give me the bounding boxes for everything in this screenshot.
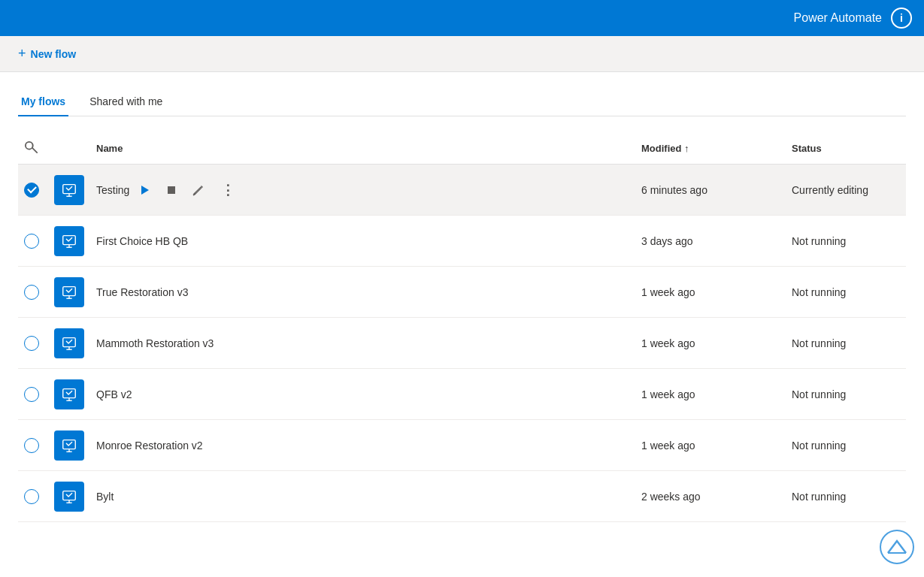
row-select-cell	[18, 318, 48, 369]
key-icon	[24, 140, 38, 154]
select-circle[interactable]	[24, 489, 39, 504]
more-button[interactable]: ⋮	[217, 180, 240, 200]
flow-modified: 6 minutes ago	[641, 184, 707, 196]
row-icon-cell	[48, 369, 90, 420]
flow-icon	[54, 277, 84, 307]
select-circle[interactable]	[24, 336, 39, 351]
flow-status: Not running	[792, 286, 846, 298]
select-circle[interactable]	[24, 234, 39, 249]
row-modified-cell: 3 days ago	[635, 216, 786, 267]
row-name-cell: Testing	[90, 165, 635, 216]
row-name-cell: Monroe Restoration v2	[90, 420, 635, 471]
col-icon-header	[48, 134, 90, 165]
select-circle[interactable]	[24, 387, 39, 402]
flow-name: True Restoration v3	[96, 286, 188, 298]
row-icon-cell	[48, 267, 90, 318]
row-modified-cell: 1 week ago	[635, 420, 786, 471]
flow-modified: 1 week ago	[641, 388, 695, 400]
flow-status: Not running	[792, 235, 846, 247]
run-button[interactable]	[135, 181, 153, 199]
row-status-cell: Not running	[786, 267, 906, 318]
sort-asc-icon: ↑	[684, 143, 689, 154]
flow-icon	[54, 379, 84, 409]
info-icon[interactable]: i	[891, 8, 912, 29]
flow-modified: 3 days ago	[641, 235, 693, 247]
row-status-cell: Not running	[786, 420, 906, 471]
table-row: QFB v21 week agoNot running	[18, 369, 906, 420]
select-circle[interactable]	[24, 438, 39, 453]
flow-icon	[54, 430, 84, 461]
row-name-cell: True Restoration v3	[90, 267, 635, 318]
col-name-header[interactable]: Name	[90, 134, 635, 165]
row-select-cell	[18, 267, 48, 318]
subscribe-watermark	[879, 529, 915, 568]
flow-name: Bylt	[96, 491, 114, 503]
flow-name: First Choice HB QB	[96, 235, 188, 247]
flow-status: Not running	[792, 491, 846, 503]
col-modified-header[interactable]: Modified ↑	[635, 134, 786, 165]
flow-status: Not running	[792, 337, 846, 349]
stop-button[interactable]	[162, 181, 180, 199]
tabs: My flows Shared with me	[18, 87, 906, 116]
new-flow-button[interactable]: + New flow	[12, 43, 82, 65]
row-select-cell	[18, 471, 48, 522]
table-header-row: Name Modified ↑ Status	[18, 134, 906, 165]
col-select-header	[18, 134, 48, 165]
row-modified-cell: 6 minutes ago	[635, 165, 786, 216]
row-select-cell	[18, 165, 48, 216]
flow-modified: 1 week ago	[641, 286, 695, 298]
row-modified-cell: 1 week ago	[635, 369, 786, 420]
row-name-cell: Bylt	[90, 471, 635, 522]
svg-marker-3	[141, 186, 149, 195]
row-select-cell	[18, 420, 48, 471]
row-status-cell: Currently editing	[786, 165, 906, 216]
flow-name: Testing	[96, 184, 129, 196]
row-icon-cell	[48, 165, 90, 216]
tab-shared-with-me[interactable]: Shared with me	[86, 88, 165, 116]
row-icon-cell	[48, 471, 90, 522]
svg-point-23	[880, 530, 913, 563]
row-icon-cell	[48, 420, 90, 471]
flow-modified: 2 weeks ago	[641, 491, 701, 503]
flow-modified: 1 week ago	[641, 440, 695, 452]
row-name-cell: Mammoth Restoration v3	[90, 318, 635, 369]
row-status-cell: Not running	[786, 369, 906, 420]
select-circle[interactable]	[24, 285, 39, 300]
app-title: Power Automate	[794, 11, 882, 25]
col-status-header: Status	[786, 134, 906, 165]
tab-my-flows[interactable]: My flows	[18, 88, 68, 116]
row-status-cell: Not running	[786, 471, 906, 522]
row-actions: ⋮	[135, 180, 240, 200]
table-row: First Choice HB QB3 days agoNot running	[18, 216, 906, 267]
new-flow-label: New flow	[31, 48, 77, 60]
table-row: True Restoration v31 week agoNot running	[18, 267, 906, 318]
svg-rect-4	[168, 186, 175, 194]
edit-button[interactable]	[189, 181, 208, 199]
table-row: Monroe Restoration v21 week agoNot runni…	[18, 420, 906, 471]
row-icon-cell	[48, 318, 90, 369]
flow-status: Not running	[792, 388, 846, 400]
flow-icon	[54, 175, 84, 205]
plus-icon: +	[18, 46, 26, 62]
flows-table: Name Modified ↑ Status Testing	[18, 134, 906, 522]
flow-name: Monroe Restoration v2	[96, 440, 203, 452]
flow-name: QFB v2	[96, 388, 132, 400]
flow-modified: 1 week ago	[641, 337, 695, 349]
flow-icon	[54, 482, 84, 512]
select-circle[interactable]	[24, 183, 39, 198]
table-row: Mammoth Restoration v31 week agoNot runn…	[18, 318, 906, 369]
row-status-cell: Not running	[786, 216, 906, 267]
row-icon-cell	[48, 216, 90, 267]
flow-name: Mammoth Restoration v3	[96, 337, 214, 349]
row-modified-cell: 1 week ago	[635, 318, 786, 369]
row-select-cell	[18, 369, 48, 420]
row-modified-cell: 2 weeks ago	[635, 471, 786, 522]
toolbar: + New flow	[0, 36, 924, 72]
flow-icon	[54, 328, 84, 358]
table-row: Testing	[18, 165, 906, 216]
flow-icon	[54, 226, 84, 256]
row-name-cell: First Choice HB QB	[90, 216, 635, 267]
flow-status: Not running	[792, 440, 846, 452]
row-name-cell: QFB v2	[90, 369, 635, 420]
header: Power Automate i	[0, 0, 924, 36]
